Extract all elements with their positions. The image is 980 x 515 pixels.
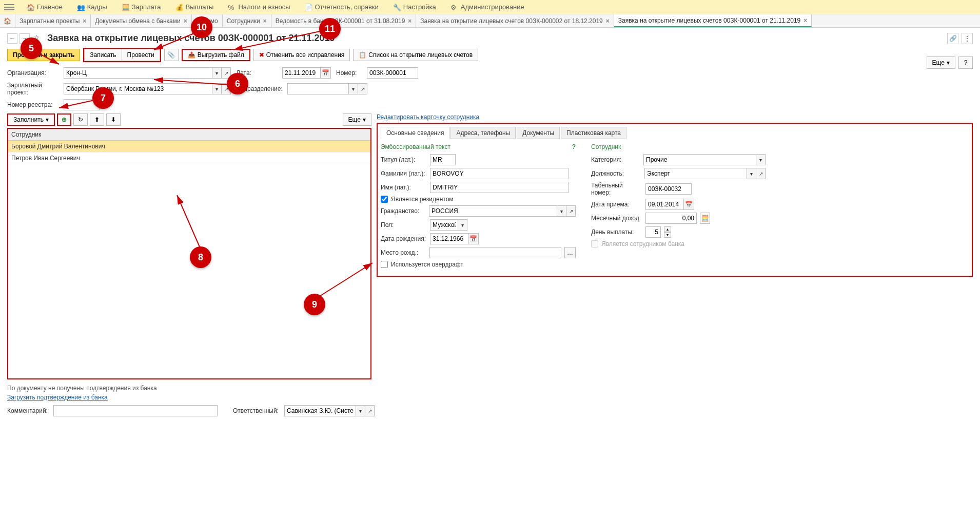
accounts-list-button[interactable]: 📋Список на открытие лицевых счетов: [353, 49, 478, 61]
refresh-button[interactable]: ↻: [73, 113, 88, 126]
calendar-icon[interactable]: 📅: [321, 67, 331, 79]
gender-input[interactable]: [430, 219, 458, 231]
payday-input[interactable]: [645, 226, 661, 238]
category-input[interactable]: [643, 154, 756, 165]
division-input[interactable]: [287, 83, 349, 94]
close-icon[interactable]: ×: [83, 17, 86, 25]
menu-reports[interactable]: 📄Отчетность, справки: [298, 3, 386, 11]
post-close-button[interactable]: Провести и закрыть: [7, 49, 80, 61]
save-post-group: Записать Провести: [83, 48, 161, 62]
more-icon[interactable]: ⋮: [962, 33, 973, 44]
calc-button[interactable]: 🧮: [700, 213, 710, 224]
title-lat-input[interactable]: [430, 154, 456, 165]
tab-3[interactable]: Сотрудники×: [223, 14, 271, 27]
up-button[interactable]: ⬆: [90, 113, 104, 126]
stepper-down[interactable]: ▼: [664, 232, 671, 238]
employee-header: Сотрудник: [8, 129, 370, 141]
add-button[interactable]: ⊕: [57, 113, 71, 126]
chevron-down-icon[interactable]: ▾: [458, 219, 467, 231]
menu-staff[interactable]: 👥Кадры: [70, 3, 114, 11]
menu-admin[interactable]: ⚙Администрирование: [443, 3, 532, 11]
birthdate-input[interactable]: [430, 233, 468, 244]
org-input[interactable]: [64, 67, 212, 79]
menu-settings[interactable]: 🔧Настройка: [386, 3, 443, 11]
chevron-down-icon[interactable]: ▾: [212, 83, 222, 94]
menu-taxes[interactable]: %Налоги и взносы: [221, 3, 297, 11]
close-icon[interactable]: ×: [263, 17, 267, 25]
table-row[interactable]: Петров Иван Сергеевич: [8, 152, 370, 164]
help-button[interactable]: ?: [958, 56, 973, 69]
registry-label: Номер реестра:: [7, 101, 58, 108]
citizenship-input[interactable]: [429, 205, 557, 217]
birthplace-input[interactable]: [429, 247, 561, 258]
tab-0[interactable]: Зарплатные проекты×: [15, 14, 91, 27]
nav-back[interactable]: ←: [7, 33, 17, 44]
calendar-icon[interactable]: 📅: [684, 199, 694, 210]
resident-checkbox[interactable]: [381, 196, 388, 203]
table-row[interactable]: Боровой Дмитрий Валентинович: [8, 141, 370, 152]
chevron-down-icon[interactable]: ▾: [557, 205, 566, 217]
division-combo[interactable]: ▾ ↗: [287, 83, 367, 94]
chevron-down-icon[interactable]: ▾: [747, 168, 756, 179]
calendar-icon[interactable]: 📅: [468, 233, 479, 244]
project-label: Зарплатный проект:: [7, 82, 58, 96]
dtab-addresses[interactable]: Адреса, телефоны: [450, 127, 516, 139]
tab-5[interactable]: Заявка на открытие лицевых счетов 00ЗК-0…: [416, 14, 614, 27]
dtab-card[interactable]: Пластиковая карта: [561, 127, 626, 139]
wrench-icon: 🔧: [393, 4, 400, 11]
link-icon[interactable]: 🔗: [947, 33, 958, 44]
chevron-down-icon[interactable]: ▾: [356, 405, 365, 416]
number-input[interactable]: [367, 67, 418, 79]
project-input[interactable]: [64, 83, 212, 94]
close-icon[interactable]: ×: [606, 17, 610, 25]
close-icon[interactable]: ×: [184, 17, 187, 25]
chevron-down-icon[interactable]: ▾: [756, 154, 766, 165]
dtab-docs[interactable]: Документы: [517, 127, 560, 139]
dtab-main[interactable]: Основные сведения: [381, 127, 449, 139]
load-confirmation-link[interactable]: Загрузить подтверждение из банка: [7, 394, 108, 401]
save-button[interactable]: Записать: [84, 49, 122, 61]
post-button[interactable]: Провести: [122, 49, 160, 61]
ellipsis-button[interactable]: …: [564, 247, 576, 258]
tab-1[interactable]: Документы обмена с банками×: [91, 14, 191, 27]
help-icon[interactable]: ?: [572, 143, 576, 151]
open-icon[interactable]: ↗: [358, 83, 367, 94]
close-icon[interactable]: ×: [803, 17, 807, 24]
chevron-down-icon[interactable]: ▾: [349, 83, 358, 94]
tab-6[interactable]: Заявка на открытие лицевых счетов 00ЗК-0…: [614, 14, 812, 27]
name-lat-input[interactable]: [430, 182, 569, 193]
org-combo[interactable]: ▾ ↗: [64, 67, 231, 79]
date-field[interactable]: 📅: [282, 67, 331, 79]
export-file-button[interactable]: 📤Выгрузить файл: [182, 49, 250, 61]
tabnum-input[interactable]: [645, 183, 692, 195]
hiredate-input[interactable]: [645, 199, 684, 210]
income-input[interactable]: [645, 213, 697, 224]
menu-salary[interactable]: 🧮Зарплата: [114, 3, 168, 11]
attach-button[interactable]: 📎: [164, 49, 179, 61]
edit-employee-link[interactable]: Редактировать карточку сотрудника: [377, 113, 479, 121]
more-button[interactable]: Еще ▾: [927, 56, 955, 69]
stepper-up[interactable]: ▲: [664, 226, 671, 232]
down-button[interactable]: ⬇: [106, 113, 121, 126]
tab-home[interactable]: 🏠: [0, 14, 15, 27]
open-icon[interactable]: ↗: [365, 405, 375, 416]
close-icon[interactable]: ×: [408, 17, 411, 25]
hamburger-icon[interactable]: [4, 2, 14, 12]
menu-payments[interactable]: 💰Выплаты: [168, 3, 221, 11]
fill-button[interactable]: Заполнить ▾: [7, 113, 55, 126]
chevron-down-icon[interactable]: ▾: [212, 67, 222, 79]
tab-4[interactable]: Ведомость в банк 00ЗК-000001 от 31.08.20…: [271, 14, 417, 27]
responsible-input[interactable]: [284, 405, 356, 416]
position-input[interactable]: [644, 168, 747, 179]
open-icon[interactable]: ↗: [756, 168, 766, 179]
overdraft-checkbox[interactable]: [381, 261, 388, 268]
menu-main[interactable]: 🏠Главное: [19, 3, 70, 11]
date-input[interactable]: [282, 67, 321, 79]
home-icon: 🏠: [27, 4, 34, 11]
surname-lat-input[interactable]: [430, 168, 569, 179]
table-more-button[interactable]: Еще ▾: [343, 113, 371, 126]
comment-input[interactable]: [53, 405, 218, 416]
open-icon[interactable]: ↗: [566, 205, 576, 217]
cancel-fixes-button[interactable]: ✖Отменить все исправления: [253, 49, 350, 61]
project-combo[interactable]: ▾ ↗: [64, 83, 231, 94]
